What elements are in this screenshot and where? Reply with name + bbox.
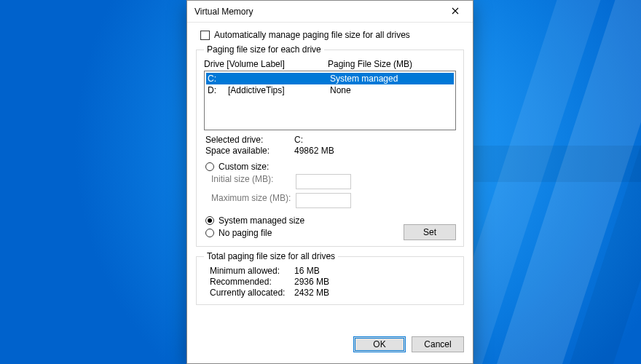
ok-button[interactable]: OK: [353, 336, 406, 352]
min-allowed-row: Minimum allowed: 16 MB: [205, 266, 456, 276]
paging-per-drive-group: Paging file size for each drive Drive [V…: [196, 44, 464, 247]
recommended-label: Recommended:: [205, 277, 294, 287]
dialog-content: Automatically manage paging file size fo…: [187, 23, 473, 333]
currently-allocated-value: 2432 MB: [294, 288, 456, 298]
dialog-footer: OK Cancel: [187, 333, 473, 363]
space-available-label: Space available:: [205, 146, 294, 156]
drive-letter: C:: [208, 74, 228, 84]
radio-custom-label: Custom size:: [219, 162, 269, 172]
selected-drive-label: Selected drive:: [205, 135, 294, 145]
header-drive: Drive [Volume Label]: [204, 59, 328, 69]
recommended-value: 2936 MB: [294, 277, 456, 287]
drive-row[interactable]: C: System managed: [206, 73, 454, 84]
drive-list-headers: Drive [Volume Label] Paging File Size (M…: [204, 59, 456, 69]
drive-paging-size: None: [330, 85, 452, 95]
auto-manage-label: Automatically manage paging file size fo…: [214, 30, 410, 40]
initial-size-input[interactable]: [296, 174, 351, 189]
virtual-memory-dialog: Virtual Memory Automatically manage pagi…: [186, 0, 473, 364]
radio-system-label: System managed size: [219, 215, 304, 226]
auto-manage-checkbox[interactable]: [200, 31, 210, 40]
space-available-row: Space available: 49862 MB: [205, 146, 456, 156]
close-button[interactable]: [439, 1, 471, 22]
max-size-row: Maximum size (MB):: [205, 193, 456, 208]
max-size-label: Maximum size (MB):: [205, 193, 293, 208]
radio-icon: [205, 229, 214, 237]
set-button[interactable]: Set: [404, 224, 456, 240]
min-allowed-label: Minimum allowed:: [205, 266, 294, 276]
recommended-row: Recommended: 2936 MB: [205, 277, 456, 287]
selected-drive-value: C:: [294, 135, 456, 145]
radio-icon: [205, 216, 214, 225]
currently-allocated-row: Currently allocated: 2432 MB: [205, 288, 456, 298]
radio-icon: [205, 162, 214, 171]
radio-custom-size[interactable]: Custom size:: [205, 162, 456, 172]
drive-list[interactable]: C: System managed D: [AddictiveTips] Non…: [204, 71, 456, 130]
titlebar: Virtual Memory: [187, 1, 473, 23]
total-paging-group: Total paging file size for all drives Mi…: [196, 251, 464, 305]
drive-letter: D:: [208, 85, 228, 95]
min-allowed-value: 16 MB: [294, 266, 456, 276]
header-size: Paging File Size (MB): [328, 59, 456, 69]
radio-none-label: No paging file: [219, 228, 272, 238]
paging-per-drive-legend: Paging file size for each drive: [204, 44, 324, 55]
cancel-button[interactable]: Cancel: [412, 336, 464, 352]
selected-drive-row: Selected drive: C:: [205, 135, 456, 145]
drive-volume-label: [AddictiveTips]: [228, 85, 330, 95]
dialog-title: Virtual Memory: [194, 7, 439, 17]
drive-row[interactable]: D: [AddictiveTips] None: [206, 84, 454, 96]
drive-paging-size: System managed: [330, 74, 452, 84]
initial-size-row: Initial size (MB):: [205, 174, 456, 189]
close-icon: [452, 7, 459, 17]
initial-size-label: Initial size (MB):: [205, 174, 293, 189]
auto-manage-row[interactable]: Automatically manage paging file size fo…: [200, 30, 464, 40]
space-available-value: 49862 MB: [294, 146, 456, 156]
total-paging-legend: Total paging file size for all drives: [204, 251, 338, 261]
max-size-input[interactable]: [296, 193, 351, 208]
currently-allocated-label: Currently allocated:: [205, 288, 294, 298]
